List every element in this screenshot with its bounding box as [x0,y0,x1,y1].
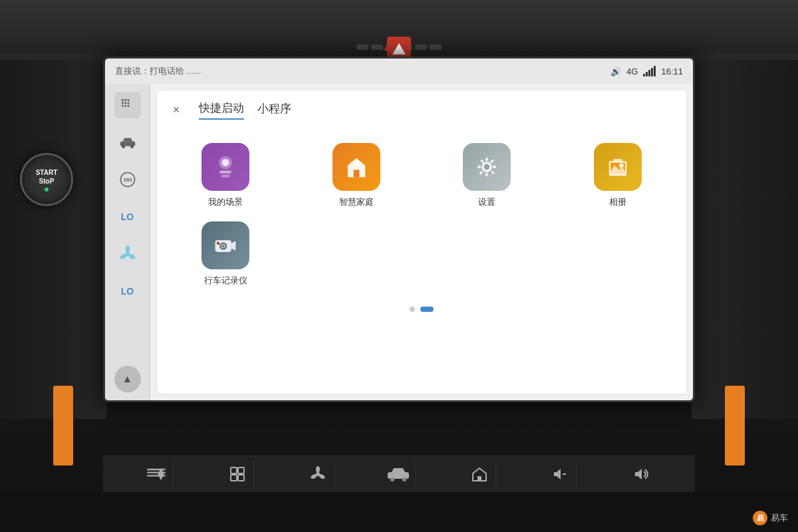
svg-rect-27 [486,173,488,177]
svg-point-6 [121,104,123,106]
svg-point-19 [222,159,229,166]
sidebar-item-lo1[interactable]: LO [114,203,141,230]
svg-point-15 [125,245,130,253]
svg-rect-29 [493,166,497,168]
lo1-label: LO [121,211,134,222]
nav-up-button[interactable]: ▲ [114,366,141,392]
grid-button[interactable] [221,461,254,487]
vol-down-icon [552,466,568,482]
vent-slot [371,45,383,50]
app-icon-settings [463,143,511,191]
watermark: 易 易车 [753,511,788,525]
tab-mini-program[interactable]: 小程序 [257,101,291,119]
settings-gear-icon [472,152,501,182]
content-header: × 快捷启动 小程序 [167,100,676,120]
svg-point-23 [355,166,358,169]
vol-up-icon [633,466,649,482]
svg-point-10 [122,145,125,148]
app-icon-album [594,143,642,191]
svg-text:360: 360 [123,177,132,183]
svg-rect-49 [238,475,244,481]
grid-icon [119,96,136,114]
fan-icon [119,245,136,263]
volume-up-button[interactable] [624,461,658,487]
svg-rect-33 [479,171,483,175]
orange-accent-right [725,386,745,466]
fan-control-button[interactable] [302,461,335,487]
svg-rect-22 [353,170,359,177]
signal-bar-5 [654,66,656,76]
sidebar-item-360[interactable]: 360 [114,166,141,193]
grid-hw-icon [229,466,245,482]
sidebar-item-apps[interactable] [114,92,141,118]
app-scene[interactable]: 我的场景 [167,143,285,208]
svg-point-2 [127,99,129,101]
time-display: 16:11 [661,66,683,76]
screen-sidebar: 360 LO LO [105,84,150,400]
signal-bar-2 [646,72,648,76]
svg-rect-54 [388,472,409,479]
screen-header: 直接说：打电话给 ...... 🔊 4G 16:11 [105,59,693,84]
svg-rect-32 [490,159,494,163]
car-control-button[interactable] [382,461,416,487]
sidebar-item-fan[interactable] [114,241,141,267]
svg-point-8 [127,104,129,106]
orange-accent-left [53,386,73,466]
volume-down-button[interactable] [544,461,577,487]
scene-icon [211,152,240,182]
sidebar-item-car[interactable] [114,129,141,156]
dashboard: START StoP 直接说：打电话给 ...... 🔊 4G 16:11 [0,0,798,532]
svg-point-51 [316,466,320,473]
svg-point-56 [402,477,406,481]
svg-point-25 [484,164,490,170]
svg-rect-48 [231,475,237,481]
signal-label: 4G [626,66,638,76]
bottom-hardware-buttons [103,456,695,492]
page-dot-2[interactable] [420,307,434,312]
svg-point-3 [121,102,123,104]
car-hw-icon [386,467,410,481]
app-label-settings: 设置 [478,196,495,208]
svg-rect-46 [231,467,237,473]
home-button[interactable] [463,461,496,487]
svg-rect-47 [238,467,244,473]
app-album[interactable]: 相册 [559,143,677,208]
close-button[interactable]: × [167,101,186,120]
app-smart-home[interactable]: 智慧家庭 [298,143,416,208]
signal-bar-4 [651,68,653,76]
svg-point-4 [124,102,126,104]
svg-rect-21 [221,175,230,177]
svg-rect-43 [147,469,166,470]
svg-point-0 [121,99,123,101]
app-icon-scene [201,143,249,191]
main-screen: 直接说：打电话给 ...... 🔊 4G 16:11 [103,57,695,402]
page-dot-1[interactable] [410,307,415,312]
page-indicators [167,307,676,312]
album-icon [603,152,632,182]
sidebar-item-lo2[interactable]: LO [114,278,141,305]
app-icon-dashcam [201,221,249,269]
fan-hw-icon [310,466,326,482]
left-panel [0,60,106,419]
bottom-area [0,492,798,532]
car-icon [119,134,136,151]
nav-up-icon: ▲ [122,373,133,385]
app-settings[interactable]: 设置 [428,143,546,208]
right-panel [692,60,798,419]
start-stop-indicator [45,188,49,192]
app-icon-smart-home [332,143,380,191]
signal-bar-3 [648,70,650,76]
app-dashcam[interactable]: 行车记录仪 [167,221,285,287]
signal-bars [643,66,656,76]
apps-grid: 我的场景 [167,136,676,293]
tab-quick-start[interactable]: 快捷启动 [199,100,244,120]
start-stop-button[interactable]: START StoP [20,153,73,206]
svg-point-55 [390,477,394,481]
hazard-triangle-icon [392,43,406,55]
svg-point-5 [127,102,129,104]
svg-rect-31 [491,170,495,174]
svg-point-36 [619,164,624,168]
app-label-scene: 我的场景 [208,196,243,208]
defrost-button[interactable] [140,461,174,487]
smart-home-icon [342,152,371,182]
